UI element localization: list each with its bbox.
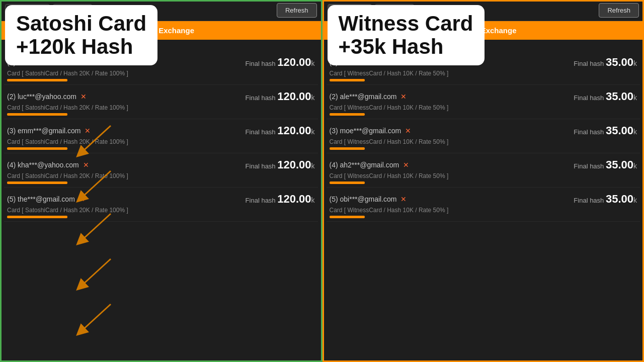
final-hash-value: 120.00 xyxy=(277,124,311,137)
miner-final-hash: Final hash 35.00k xyxy=(574,56,637,69)
final-hash-k: k xyxy=(311,128,315,136)
final-hash-value: 35.00 xyxy=(606,90,633,103)
final-hash-k: k xyxy=(311,94,315,102)
miner-final-hash: Final hash 120.00k xyxy=(246,124,315,137)
miner-item: (2) ale***@gmail.com ✕Final hash 35.00kC… xyxy=(327,85,640,119)
miner-name: (5) obi***@gmail.com ✕ xyxy=(330,195,407,203)
right-miners-list: (1) InitiatorFinal hash 35.00kCard [ Wit… xyxy=(323,51,645,362)
miner-card-info: Card [ WitnessCard / Hash 10K / Rate 50%… xyxy=(330,207,637,214)
hash-bar xyxy=(7,113,67,116)
miner-final-hash: Final hash 120.00k xyxy=(246,158,315,171)
hash-bar xyxy=(330,182,365,184)
miner-item: (4) kha***@yahoo.com ✕Final hash 120.00k… xyxy=(4,153,318,188)
left-refresh-button[interactable]: Refresh xyxy=(277,3,317,18)
miner-name: (2) luc***@yahoo.com ✕ xyxy=(7,93,87,101)
final-hash-label: Final hash xyxy=(574,60,606,67)
final-hash-label: Final hash xyxy=(574,94,606,102)
final-hash-value: 35.00 xyxy=(606,124,633,137)
miner-row-top: (3) moe***@gmail.com ✕Final hash 35.00k xyxy=(330,124,637,137)
miner-name: (2) ale***@gmail.com ✕ xyxy=(330,93,407,101)
miner-row-top: (2) ale***@gmail.com ✕Final hash 35.00k xyxy=(330,90,637,103)
miner-final-hash: Final hash 120.00k xyxy=(246,90,315,103)
miner-remove-icon[interactable]: ✕ xyxy=(399,93,407,101)
final-hash-k: k xyxy=(311,196,315,204)
miner-remove-icon[interactable]: ✕ xyxy=(401,161,409,169)
miner-item: (2) luc***@yahoo.com ✕Final hash 120.00k… xyxy=(4,85,318,119)
miner-card-info: Card [ WitnessCard / Hash 10K / Rate 50%… xyxy=(330,138,637,145)
final-hash-value: 35.00 xyxy=(606,56,633,68)
final-hash-value: 35.00 xyxy=(606,158,633,171)
miner-name: (4) ah2***@gmail.com ✕ xyxy=(330,161,410,169)
final-hash-k: k xyxy=(311,59,315,67)
hash-bar xyxy=(330,79,365,81)
hash-bar xyxy=(7,216,67,218)
final-hash-label: Final hash xyxy=(246,162,278,170)
miner-row-top: (5) the***@gmail.com ✕Final hash 120.00k xyxy=(7,193,315,206)
right-promo-banner: Witness Card +35k Hash xyxy=(328,5,485,65)
left-promo-subtitle: +120k Hash xyxy=(16,35,146,58)
hash-bar xyxy=(330,147,365,150)
miner-name: (4) kha***@yahoo.com ✕ xyxy=(7,161,89,169)
final-hash-label: Final hash xyxy=(246,197,278,204)
left-miners-list: (1) InitiatorFinal hash 120.00kCard [ Sa… xyxy=(0,51,322,362)
miner-remove-icon[interactable]: ✕ xyxy=(83,127,91,135)
miner-remove-icon[interactable]: ✕ xyxy=(81,161,89,169)
right-promo-subtitle: +35k Hash xyxy=(339,35,473,58)
final-hash-value: 120.00 xyxy=(277,193,311,205)
miner-remove-icon[interactable]: ✕ xyxy=(403,127,411,135)
miner-final-hash: Final hash 120.00k xyxy=(246,56,315,69)
miner-item: (5) obi***@gmail.com ✕Final hash 35.00kC… xyxy=(327,188,640,222)
miner-card-info: Card [ WitnessCard / Hash 10K / Rate 50%… xyxy=(330,104,637,111)
miner-card-info: Card [ WitnessCard / Hash 10K / Rate 50%… xyxy=(330,172,637,179)
miner-row-top: (2) luc***@yahoo.com ✕Final hash 120.00k xyxy=(7,90,315,103)
left-promo-title: Satoshi Card xyxy=(16,12,146,35)
miner-remove-icon[interactable]: ✕ xyxy=(77,195,85,203)
final-hash-label: Final hash xyxy=(574,128,606,136)
right-promo-title: Witness Card xyxy=(339,12,473,35)
final-hash-label: Final hash xyxy=(246,94,278,102)
miner-row-top: (4) kha***@yahoo.com ✕Final hash 120.00k xyxy=(7,158,315,171)
miner-remove-icon[interactable]: ✕ xyxy=(399,195,407,203)
final-hash-k: k xyxy=(633,94,637,102)
miner-row-top: (5) obi***@gmail.com ✕Final hash 35.00k xyxy=(330,193,637,206)
right-refresh-button[interactable]: Refresh xyxy=(599,3,639,18)
miner-row-top: (3) emm***@gmail.com ✕Final hash 120.00k xyxy=(7,124,315,137)
final-hash-k: k xyxy=(311,162,315,170)
final-hash-value: 120.00 xyxy=(277,90,311,103)
final-hash-label: Final hash xyxy=(574,197,606,204)
miner-row-top: (4) ah2***@gmail.com ✕Final hash 35.00k xyxy=(330,158,637,171)
hash-bar xyxy=(7,182,67,184)
miner-final-hash: Final hash 35.00k xyxy=(574,158,637,171)
miner-remove-icon[interactable]: ✕ xyxy=(78,93,87,101)
miner-item: (3) moe***@gmail.com ✕Final hash 35.00kC… xyxy=(327,119,640,153)
miner-card-info: Card [ SatoshiCard / Hash 20K / Rate 100… xyxy=(7,138,315,145)
miner-card-info: Card [ WitnessCard / Hash 10K / Rate 50%… xyxy=(330,70,637,77)
miner-final-hash: Final hash 35.00k xyxy=(574,193,637,206)
miner-final-hash: Final hash 120.00k xyxy=(246,193,315,206)
final-hash-value: 35.00 xyxy=(606,193,633,205)
miner-name: (3) emm***@gmail.com ✕ xyxy=(7,127,91,135)
miner-final-hash: Final hash 35.00k xyxy=(574,90,637,103)
final-hash-k: k xyxy=(633,128,637,136)
hash-bar xyxy=(330,216,365,218)
miner-card-info: Card [ SatoshiCard / Hash 20K / Rate 100… xyxy=(7,104,315,111)
final-hash-label: Final hash xyxy=(574,162,606,170)
miner-name: (3) moe***@gmail.com ✕ xyxy=(330,127,411,135)
miner-card-info: Card [ SatoshiCard / Hash 20K / Rate 100… xyxy=(7,172,315,179)
miner-name: (5) the***@gmail.com ✕ xyxy=(7,195,85,203)
miner-item: (5) the***@gmail.com ✕Final hash 120.00k… xyxy=(4,188,318,222)
final-hash-label: Final hash xyxy=(246,128,278,136)
miner-item: (4) ah2***@gmail.com ✕Final hash 35.00kC… xyxy=(327,153,640,188)
right-panel: Witness Card +35k Hash HashCard GiftCard… xyxy=(323,0,645,362)
left-panel: Satoshi Card +120k Hash HashCard GiftCar… xyxy=(0,0,323,362)
left-promo-banner: Satoshi Card +120k Hash xyxy=(5,5,157,65)
hash-bar xyxy=(330,113,365,116)
hash-bar xyxy=(7,79,67,81)
final-hash-k: k xyxy=(633,196,637,204)
final-hash-k: k xyxy=(633,59,637,67)
miner-card-info: Card [ SatoshiCard / Hash 20K / Rate 100… xyxy=(7,70,315,77)
final-hash-label: Final hash xyxy=(246,60,278,67)
hash-bar xyxy=(7,147,67,150)
miner-final-hash: Final hash 35.00k xyxy=(574,124,637,137)
miner-card-info: Card [ SatoshiCard / Hash 20K / Rate 100… xyxy=(7,207,315,214)
